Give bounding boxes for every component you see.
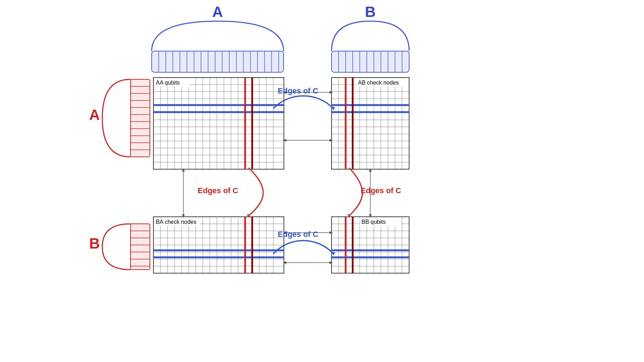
svg-rect-0 xyxy=(152,51,284,72)
svg-rect-30 xyxy=(130,79,150,157)
label-b-left: B xyxy=(89,235,100,252)
edges-of-c-top-label: Edges of C xyxy=(278,86,318,95)
comb-b-top: B xyxy=(332,4,409,72)
ab-label: AB check nodes xyxy=(358,80,399,86)
comb-a-left: A xyxy=(89,79,150,157)
svg-rect-48 xyxy=(153,78,284,169)
ba-check-grid: BA check nodes xyxy=(153,217,284,273)
arrows-vertical-left xyxy=(182,168,185,218)
comb-a-top: A xyxy=(152,4,284,72)
bb-label: BB qubits xyxy=(362,219,385,225)
svg-rect-83 xyxy=(332,78,409,169)
arrows-horizontal-top xyxy=(283,91,333,142)
aa-qubits-grid: AA qubits xyxy=(153,78,284,169)
comb-b-left: B xyxy=(89,224,150,270)
label-a-left: A xyxy=(89,106,100,123)
svg-rect-19 xyxy=(332,51,409,72)
bb-qubits-grid: BB qubits xyxy=(332,217,409,273)
edges-of-c-left-label: Edges of C xyxy=(198,186,238,195)
edges-of-c-right-label: Edges of C xyxy=(361,186,401,195)
edges-of-c-left-vertical: Edges of C xyxy=(198,168,263,218)
edges-of-c-right-vertical: Edges of C xyxy=(347,168,401,218)
aa-label: AA qubits xyxy=(156,80,180,86)
label-b-top: B xyxy=(365,4,376,20)
ba-label: BA check nodes xyxy=(156,219,196,225)
ab-check-grid: AB check nodes xyxy=(332,78,409,169)
edges-of-c-bottom-label: Edges of C xyxy=(278,230,318,239)
label-a-top: A xyxy=(212,4,223,20)
